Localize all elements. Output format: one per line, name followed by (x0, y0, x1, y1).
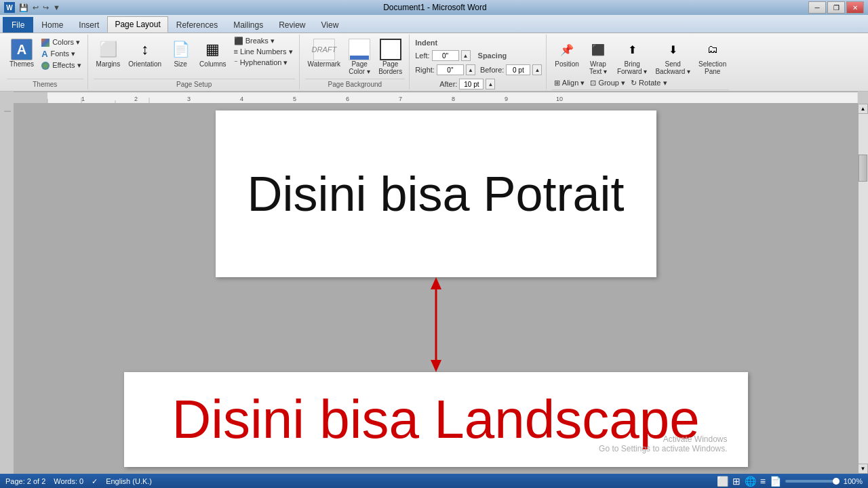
selection-pane-icon: 🗂 (702, 39, 724, 60)
close-button[interactable]: ✕ (846, 1, 864, 14)
size-button[interactable]: 📄 Size (167, 37, 194, 69)
bring-forward-icon: ⬆ (621, 39, 643, 60)
align-button[interactable]: ⊞ Align ▾ (552, 78, 587, 88)
left-bar-marker: | (3, 110, 11, 113)
page-background-content: DRAFT Watermark PageColor ▾ PageBorders (305, 36, 406, 77)
draft-btn[interactable]: 📄 (770, 476, 781, 487)
selection-pane-label: SelectionPane (698, 60, 726, 75)
full-screen-btn[interactable]: ⊞ (732, 476, 741, 487)
line-numbers-button[interactable]: ≡ Line Numbers ▾ (232, 47, 295, 57)
restore-button[interactable]: ❐ (827, 1, 845, 14)
outline-btn[interactable]: ≡ (760, 476, 766, 487)
ribbon-group-arrange: 📌 Position ⬛ WrapText ▾ ⬆ BringForward ▾… (548, 35, 733, 89)
scroll-down-button[interactable]: ▼ (858, 464, 868, 474)
word-count: Words: 0 (54, 477, 83, 485)
zoom-slider[interactable] (785, 480, 840, 483)
orientation-button[interactable]: ↕ Orientation (125, 37, 164, 69)
zoom-thumb (833, 478, 840, 485)
page-borders-icon (380, 39, 401, 60)
web-layout-btn[interactable]: 🌐 (745, 476, 756, 487)
columns-label: Columns (199, 60, 226, 68)
colors-button[interactable]: Colors ▾ (39, 37, 83, 47)
svg-text:8: 8 (452, 96, 455, 102)
indent-left-spin-up[interactable]: ▲ (461, 50, 471, 61)
spacing-before-spin[interactable]: ▲ (532, 64, 542, 75)
scroll-area[interactable]: Disini bisa Potrait Disini bisa Landscap… (14, 104, 858, 474)
bring-forward-button[interactable]: ⬆ BringForward ▾ (614, 37, 650, 77)
ruler-main: 1 2 3 4 5 6 7 8 9 10 (14, 92, 858, 104)
wrap-text-icon: ⬛ (587, 39, 609, 60)
position-label: Position (555, 60, 579, 68)
indent-right-input[interactable] (437, 64, 464, 75)
quick-access-toolbar: 💾 ↩ ↪ ▼ (18, 3, 62, 12)
tab-home[interactable]: Home (34, 17, 71, 33)
spacing-before-input[interactable] (506, 64, 530, 75)
svg-text:3: 3 (187, 96, 191, 102)
print-layout-btn[interactable]: ⬜ (717, 476, 728, 487)
effects-button[interactable]: Effects ▾ (39, 60, 83, 70)
selection-pane-button[interactable]: 🗂 SelectionPane (696, 37, 729, 77)
spacing-after-row: After: ▲ (415, 79, 495, 89)
tab-mailings[interactable]: Mailings (226, 17, 271, 33)
scrollbar-thumb[interactable] (859, 155, 867, 182)
page-borders-button[interactable]: PageBorders (376, 37, 405, 77)
fonts-label: Fonts ▾ (51, 49, 76, 58)
qa-redo[interactable]: ↪ (41, 3, 50, 12)
page-break-arrow (416, 277, 456, 372)
left-bar: | (0, 104, 14, 474)
page-color-label: PageColor ▾ (349, 60, 370, 75)
margins-label: Margins (96, 60, 121, 68)
ruler-svg: 1 2 3 4 5 6 7 8 9 10 (14, 92, 858, 104)
qa-save[interactable]: 💾 (18, 3, 30, 12)
rotate-button[interactable]: ↻ Rotate ▾ (629, 78, 669, 88)
page-color-button[interactable]: PageColor ▾ (346, 37, 373, 77)
columns-button[interactable]: ▦ Columns (197, 37, 229, 69)
page-setup-right-col: ⬛ Breaks ▾ ≡ Line Numbers ▾ ⁻ Hyphenatio… (232, 36, 295, 68)
send-backward-button[interactable]: ⬇ SendBackward ▾ (652, 37, 693, 77)
tab-page-layout[interactable]: Page Layout (107, 16, 167, 33)
paragraph-content: Indent Left: ▲ Spacing Right: ▲ Before: … (415, 36, 542, 91)
watermark-label: Watermark (308, 60, 341, 68)
tab-insert[interactable]: Insert (71, 17, 106, 33)
position-button[interactable]: 📌 Position (552, 37, 582, 77)
qa-undo[interactable]: ↩ (31, 3, 40, 12)
tab-file[interactable]: File (3, 17, 33, 33)
breaks-button[interactable]: ⬛ Breaks ▾ (232, 36, 295, 46)
indent-right-spin-up[interactable]: ▲ (466, 64, 475, 75)
indent-left-input[interactable] (432, 50, 459, 61)
activate-title: Activate Windows (599, 434, 727, 444)
scrollbar-vertical[interactable] (858, 114, 868, 464)
indent-right-label: Right: (415, 66, 435, 74)
page-setup-group-label: Page Setup (94, 79, 295, 89)
minimize-button[interactable]: ─ (808, 1, 826, 14)
activate-windows-watermark: Activate Windows Go to Settings to activ… (599, 434, 727, 453)
arrange-row1: 📌 Position ⬛ WrapText ▾ ⬆ BringForward ▾… (552, 37, 729, 77)
spell-check-icon[interactable]: ✓ (92, 477, 98, 486)
themes-button[interactable]: A Themes (7, 37, 37, 69)
themes-icon: A (11, 39, 33, 60)
spacing-after-input[interactable] (459, 79, 484, 89)
wrap-text-button[interactable]: ⬛ WrapText ▾ (585, 37, 612, 77)
watermark-button[interactable]: DRAFT Watermark (305, 37, 344, 69)
orientation-label: Orientation (128, 60, 161, 68)
spacing-after-spin[interactable]: ▲ (486, 79, 495, 89)
tab-review[interactable]: Review (271, 17, 313, 33)
arrange-row2: ⊞ Align ▾ ⊡ Group ▾ ↻ Rotate ▾ (552, 78, 669, 88)
tab-references[interactable]: References (169, 17, 225, 33)
scroll-up-button[interactable]: ▲ (858, 104, 868, 114)
tab-view[interactable]: View (314, 17, 347, 33)
language[interactable]: English (U.K.) (106, 477, 152, 485)
indent-left-label: Left: (415, 52, 429, 60)
svg-text:10: 10 (556, 96, 563, 102)
fonts-button[interactable]: A Fonts ▾ (39, 48, 83, 60)
hyphenation-button[interactable]: ⁻ Hyphenation ▾ (232, 58, 295, 68)
zoom-level[interactable]: 100% (844, 477, 863, 485)
themes-content: A Themes Colors ▾ A Fonts ▾ Effects ▾ (7, 36, 83, 77)
margins-button[interactable]: ⬜ Margins (94, 37, 123, 69)
activate-subtitle: Go to Settings to activate Windows. (599, 444, 727, 453)
svg-rect-2 (14, 92, 47, 104)
group-button[interactable]: ⊡ Group ▾ (588, 78, 627, 88)
indent-right-row: Right: ▲ Before: ▲ (415, 64, 542, 75)
qa-dropdown[interactable]: ▼ (52, 3, 62, 12)
svg-text:6: 6 (346, 96, 349, 102)
